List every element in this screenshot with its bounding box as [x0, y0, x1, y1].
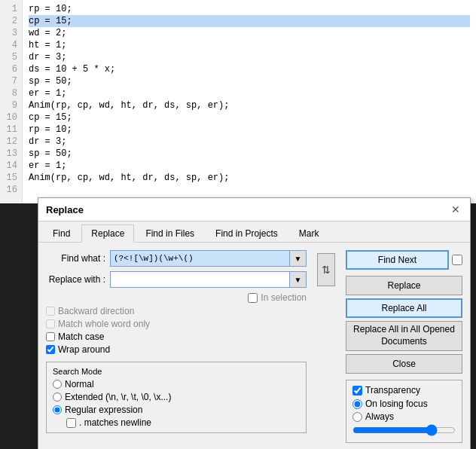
match-case-checkbox[interactable]: [46, 332, 55, 341]
match-word-row: Match whole word only: [46, 319, 307, 329]
line-number: 3: [5, 27, 17, 39]
code-line: cp = 15;: [29, 111, 470, 124]
extended-radio-row: Extended (\n, \r, \t, \0, \x...): [53, 392, 300, 402]
replace-dropdown-btn[interactable]: ▼: [290, 271, 307, 288]
replace-label: Replace with :: [46, 274, 110, 285]
match-word-checkbox[interactable]: [46, 319, 55, 328]
search-mode-title: Search Mode: [53, 367, 300, 376]
code-content: rp = 10;cp = 15;wd = 2;ht = 1;dr = 3;ds …: [23, 0, 476, 203]
code-line: wd = 2;: [29, 27, 470, 39]
find-next-button[interactable]: Find Next: [346, 250, 449, 270]
normal-radio[interactable]: [53, 380, 62, 389]
code-line: sp = 50;: [29, 148, 470, 160]
normal-radio-row: Normal: [53, 379, 300, 389]
replace-all-docs-button[interactable]: Replace All in All Opened Documents: [346, 321, 462, 351]
line-number: 13: [5, 148, 17, 160]
replace-dialog: Replace ✕ FindReplaceFind in FilesFind i…: [38, 197, 471, 449]
search-mode-box: Search Mode Normal Extended (\n, \r, \t,…: [46, 362, 307, 433]
matches-newline-checkbox[interactable]: [66, 418, 76, 428]
replace-button[interactable]: Replace: [346, 276, 462, 295]
line-number: 9: [5, 99, 17, 111]
wrap-row: Wrap around: [46, 344, 307, 355]
swap-btn-container: ⇅: [317, 253, 335, 286]
tab-find[interactable]: Find: [43, 225, 80, 242]
dialog-title: Replace: [46, 204, 84, 215]
find-dropdown-btn[interactable]: ▼: [290, 250, 307, 267]
wrap-checkbox[interactable]: [46, 345, 55, 354]
dialog-tabs: FindReplaceFind in FilesFind in Projects…: [38, 221, 470, 243]
code-line: er = 1;: [29, 160, 470, 172]
line-numbers: 12345678910111213141516: [0, 0, 23, 203]
code-line: sp = 50;: [29, 75, 470, 87]
code-line: dr = 3;: [29, 51, 470, 63]
line-number: 10: [5, 111, 17, 124]
transparency-section: Transparency On losing focus Always: [346, 380, 462, 443]
transparency-checkbox[interactable]: [352, 386, 362, 396]
line-number: 12: [5, 136, 17, 148]
regex-radio-row: Regular expression: [53, 405, 300, 415]
code-line: ht = 1;: [29, 39, 470, 51]
in-selection-row: In selection: [46, 292, 307, 303]
line-number: 7: [5, 75, 17, 87]
dialog-titlebar: Replace ✕: [38, 198, 470, 221]
find-label: Find what :: [46, 253, 110, 264]
find-input[interactable]: [110, 250, 290, 267]
tab-replace[interactable]: Replace: [81, 225, 134, 243]
line-number: 16: [5, 184, 17, 196]
tab-find-in-projects[interactable]: Find in Projects: [206, 225, 288, 242]
code-editor: 12345678910111213141516 rp = 10;cp = 15;…: [0, 0, 476, 203]
transparency-range[interactable]: [352, 425, 456, 435]
transparency-slider: [352, 425, 456, 438]
tab-mark[interactable]: Mark: [289, 225, 329, 242]
close-x-button[interactable]: ✕: [449, 203, 462, 216]
on-losing-focus-radio[interactable]: [352, 399, 362, 409]
regex-radio[interactable]: [53, 405, 62, 414]
code-line: cp = 15;: [29, 15, 470, 27]
line-number: 4: [5, 39, 17, 51]
always-row: Always: [352, 411, 456, 422]
extended-radio[interactable]: [53, 392, 62, 402]
code-line: rp = 10;: [29, 124, 470, 136]
code-line: ds = 10 + 5 * x;: [29, 63, 470, 75]
code-line: Anim(rp, cp, wd, ht, dr, ds, sp, er);: [29, 172, 470, 184]
match-case-row: Match case: [46, 331, 307, 342]
backward-row: Backward direction: [46, 306, 307, 316]
line-number: 8: [5, 87, 17, 99]
dialog-body: Find what : ▼ Replace with : ▼ In select: [38, 243, 470, 449]
line-number: 5: [5, 51, 17, 63]
in-selection-checkbox[interactable]: [248, 293, 258, 303]
code-line: er = 1;: [29, 87, 470, 99]
transparency-title: Transparency: [352, 385, 456, 396]
swap-button[interactable]: ⇅: [317, 253, 335, 286]
line-number: 11: [5, 124, 17, 136]
replace-all-button[interactable]: Replace All: [346, 298, 462, 318]
right-panel: Find Next Replace Replace All Replace Al…: [346, 250, 462, 443]
find-row: Find what : ▼: [46, 250, 307, 267]
matches-newline-row: . matches newline: [66, 417, 300, 428]
line-number: 6: [5, 63, 17, 75]
replace-input[interactable]: [110, 271, 290, 288]
code-line: dr = 3;: [29, 136, 470, 148]
code-line: rp = 10;: [29, 3, 470, 15]
backward-checkbox[interactable]: [46, 307, 55, 316]
close-button[interactable]: Close: [346, 354, 462, 374]
line-number: 1: [5, 3, 17, 15]
line-number: 14: [5, 160, 17, 172]
line-number: 15: [5, 172, 17, 184]
always-radio[interactable]: [352, 412, 362, 422]
code-line: Anim(rp, cp, wd, ht, dr, ds, sp, er);: [29, 99, 470, 111]
on-losing-focus-row: On losing focus: [352, 399, 456, 409]
replace-row: Replace with : ▼: [46, 271, 307, 288]
tab-find-in-files[interactable]: Find in Files: [136, 225, 204, 242]
in-selection-label[interactable]: In selection: [248, 292, 307, 303]
find-next-checkbox[interactable]: [452, 255, 462, 265]
line-number: 2: [5, 15, 17, 27]
